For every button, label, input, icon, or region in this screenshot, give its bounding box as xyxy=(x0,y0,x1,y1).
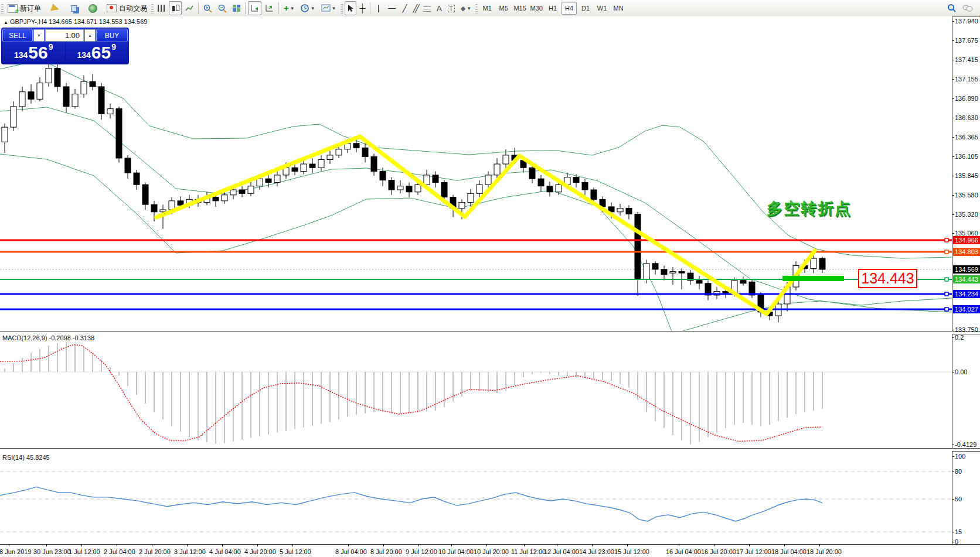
macd-label: MACD(12,26,9) -0.2098 -0.3138 xyxy=(2,334,94,341)
chevron-down-icon: ▼ xyxy=(311,6,315,11)
toolbar-drag-handle[interactable] xyxy=(1,3,4,13)
macd-pane[interactable] xyxy=(0,333,952,448)
zoom-out-button[interactable] xyxy=(216,1,229,15)
add-indicator-button[interactable]: +▼ xyxy=(281,1,297,15)
time-axis-label: 14 Jul 23:00 xyxy=(579,548,614,555)
tile-windows-button[interactable] xyxy=(230,1,243,15)
shapes-tool-button[interactable]: ◆▼ xyxy=(458,1,474,15)
buy-button[interactable]: BUY xyxy=(96,29,128,42)
cursor-tool-button[interactable] xyxy=(345,1,356,15)
sell-price[interactable]: 134 56 9 xyxy=(2,42,66,62)
tile-windows-icon xyxy=(233,5,240,12)
time-axis-label: 9 Jul 12:00 xyxy=(406,548,437,555)
time-axis-label: 17 Jul 12:00 xyxy=(736,548,771,555)
candle-chart-button[interactable] xyxy=(169,1,182,15)
timeframe-button-m30[interactable]: M30 xyxy=(529,2,544,15)
channel-tool-button[interactable]: ╱╱E xyxy=(410,1,420,15)
timeframe-button-m15[interactable]: M15 xyxy=(512,2,528,15)
text-tool-button[interactable]: A xyxy=(434,1,444,15)
volume-up-stepper[interactable]: ▲ xyxy=(84,29,96,42)
channel-icon: ╱╱ xyxy=(413,5,417,12)
template-button[interactable]: ▼ xyxy=(319,1,339,15)
time-tick-mark xyxy=(819,545,820,546)
main-chart-canvas xyxy=(0,16,952,332)
clock-icon xyxy=(301,4,309,13)
price-tick-label: 135.320 xyxy=(955,211,980,218)
chat-button[interactable] xyxy=(960,1,975,15)
price-tick-label: 135.845 xyxy=(955,172,980,180)
sell-button[interactable]: SELL xyxy=(2,29,33,42)
periods-button[interactable]: ▼ xyxy=(298,1,318,15)
rsi-tick-label: 0 xyxy=(955,538,980,546)
price-tick-mark xyxy=(952,21,954,22)
text-tool-icon: A xyxy=(437,4,442,13)
time-axis-label: 12 Jul 04:00 xyxy=(544,548,579,555)
volume-input[interactable]: 1.00 xyxy=(45,29,84,42)
rsi-tick-mark xyxy=(952,532,954,532)
main-chart-pane[interactable] xyxy=(0,16,952,332)
timeframe-button-m5[interactable]: M5 xyxy=(496,2,511,15)
timeframe-bar: M1M5M15M30H1H4D1W1MN xyxy=(479,2,627,15)
time-tick-mark xyxy=(46,545,47,546)
rsi-pane[interactable] xyxy=(0,450,952,544)
time-tick-mark xyxy=(557,545,557,546)
price-tick-mark xyxy=(952,118,954,118)
rsi-tick-label: 100 xyxy=(955,453,980,460)
timeframe-button-w1[interactable]: W1 xyxy=(594,2,610,15)
chevron-down-icon: ▼ xyxy=(290,6,295,11)
timeframe-button-m1[interactable]: M1 xyxy=(479,2,495,15)
time-tick-mark xyxy=(187,545,188,546)
profile-button[interactable] xyxy=(49,1,62,15)
time-tick-mark xyxy=(679,545,679,546)
price-callout-label[interactable]: 134.443 xyxy=(858,269,917,288)
time-tick-mark xyxy=(117,545,117,546)
time-axis-label: 15 Jul 12:00 xyxy=(614,548,649,555)
collapse-triangle-icon[interactable]: ▲ xyxy=(4,20,8,25)
pivot-annotation-text[interactable]: 多空转折点 xyxy=(767,198,852,219)
price-tick-label: 137.940 xyxy=(955,18,980,25)
autotrading-button[interactable]: 自动交易 xyxy=(104,1,149,15)
time-axis-label: 4 Jul 20:00 xyxy=(244,548,276,555)
arrange-charts-button[interactable] xyxy=(263,1,276,15)
macd-tick-label: -0.4129 xyxy=(955,441,980,449)
template-icon xyxy=(321,4,331,12)
crosshair-tool-button[interactable]: ┼ xyxy=(358,1,368,15)
search-button[interactable] xyxy=(945,1,959,15)
price-tick-label: 133.750 xyxy=(955,326,980,334)
timeframe-button-d1[interactable]: D1 xyxy=(578,2,593,15)
volume-down-stepper[interactable]: ▼ xyxy=(33,29,45,42)
price-tag: 134.234 xyxy=(953,290,980,298)
price-tag: 134.966 xyxy=(953,236,980,244)
autotrading-icon xyxy=(107,4,117,12)
buy-price[interactable]: 134 65 9 xyxy=(66,42,128,62)
timeframe-button-h1[interactable]: H1 xyxy=(545,2,560,15)
sell-price-point: 9 xyxy=(49,42,53,52)
label-tool-button[interactable]: T xyxy=(445,1,457,15)
search-icon xyxy=(947,4,957,13)
rsi-tick-label: 50 xyxy=(955,496,980,503)
one-click-trading-panel: SELL ▼ 1.00 ▲ BUY 134 56 9 134 65 9 xyxy=(1,28,129,64)
timeframe-button-mn[interactable]: MN xyxy=(611,2,626,15)
timeframe-button-h4[interactable]: H4 xyxy=(562,2,577,15)
current-price-tag: 134.569 xyxy=(953,265,980,274)
time-axis-label: 3 Jul 12:00 xyxy=(174,548,206,555)
time-axis-label: 8 Jul 20:00 xyxy=(370,548,402,555)
price-tick-label: 136.890 xyxy=(955,95,980,102)
fibonacci-tool-button[interactable]: F xyxy=(421,1,433,15)
hline-tool-button[interactable] xyxy=(385,1,399,15)
time-axis-label: 16 Jul 20:00 xyxy=(701,548,736,555)
line-chart-button[interactable] xyxy=(183,1,196,15)
new-order-button[interactable]: 新订单 xyxy=(5,1,43,15)
time-tick-mark xyxy=(592,545,593,546)
price-tick-label: 136.365 xyxy=(955,134,980,141)
vline-tool-button[interactable] xyxy=(373,1,384,15)
trendline-tool-button[interactable]: ╱ xyxy=(400,1,409,15)
time-tick-mark xyxy=(257,545,258,546)
price-tick-mark xyxy=(952,233,954,234)
market-watch-button[interactable] xyxy=(69,1,79,15)
navigator-button[interactable] xyxy=(86,1,100,15)
bar-chart-button[interactable] xyxy=(155,1,168,15)
auto-arrange-button[interactable] xyxy=(248,1,261,15)
chat-icon xyxy=(962,4,973,13)
zoom-in-button[interactable] xyxy=(201,1,215,15)
